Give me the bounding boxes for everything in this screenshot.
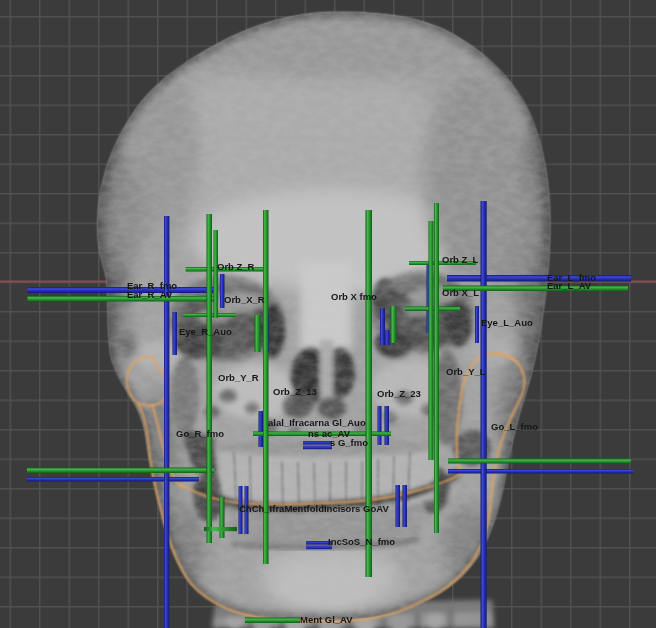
svg-text:Orb X fmo: Orb X fmo [331,291,377,302]
svg-text:Orb_Z_23: Orb_Z_23 [377,388,421,399]
svg-text:Ment Gl_AV: Ment Gl_AV [300,614,353,625]
svg-text:Orb Z_R: Orb Z_R [217,261,255,272]
svg-text:Orb_Y_R: Orb_Y_R [218,372,259,383]
svg-text:s G_fmo: s G_fmo [330,437,368,448]
svg-text:Orb_Y_L: Orb_Y_L [446,366,486,377]
svg-text:alal_Ifracarna Gl_Auo: alal_Ifracarna Gl_Auo [268,417,366,428]
svg-text:Eye_L_Auo: Eye_L_Auo [481,317,533,328]
svg-text:Ear_L_AV: Ear_L_AV [547,280,592,291]
svg-text:Orb Z_L: Orb Z_L [442,254,479,265]
svg-text:Orb_Z_13: Orb_Z_13 [273,386,317,397]
svg-text:ChCh_IfraMentfoldIncisors GoAV: ChCh_IfraMentfoldIncisors GoAV [239,503,389,514]
svg-text:Eye_R_Auo: Eye_R_Auo [179,326,232,337]
svg-text:Orb_X_R: Orb_X_R [224,294,265,305]
svg-text:Go_R_fmo: Go_R_fmo [176,428,224,439]
svg-text:Ear_R_AV: Ear_R_AV [127,289,173,300]
svg-text:IncSoS_N_fmo: IncSoS_N_fmo [328,536,395,547]
svg-text:Go_L_fmo: Go_L_fmo [491,421,538,432]
svg-text:Orb X_L: Orb X_L [442,287,479,298]
